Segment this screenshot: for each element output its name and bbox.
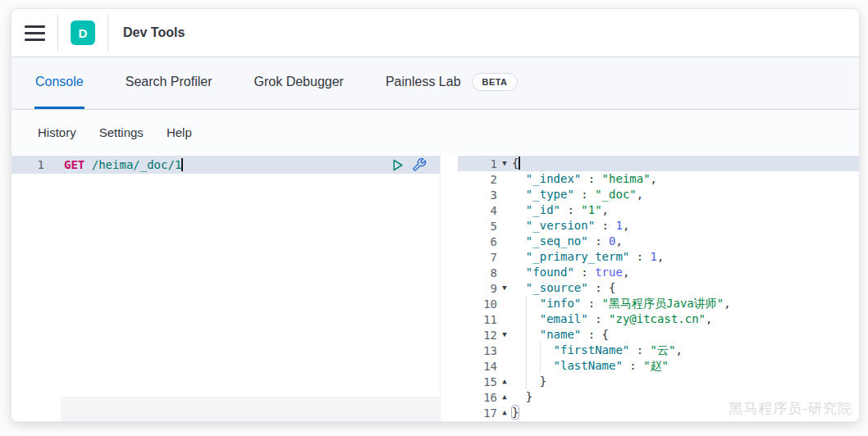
code-token: "info" <box>540 297 582 310</box>
code-token: : <box>574 266 595 279</box>
code-token: , <box>724 297 730 310</box>
menu-item-help[interactable]: Help <box>167 125 192 139</box>
menu-item-history[interactable]: History <box>38 125 76 139</box>
response-code: "_type" : "_doc", <box>512 187 859 202</box>
response-code-line[interactable]: 4 "_id" : "1", <box>458 202 859 218</box>
code-token: "_primary_term" <box>526 250 629 263</box>
code-token: , <box>651 172 657 185</box>
send-request-play-icon[interactable] <box>391 158 404 172</box>
response-line-number: 9 <box>458 282 497 295</box>
response-code: { <box>512 156 859 171</box>
response-code-line[interactable]: 13 "firstName" : "云", <box>458 343 859 358</box>
response-line-number: 8 <box>458 266 497 279</box>
response-lines: 1▼{2 "_index" : "heima",3 "_type" : "_do… <box>458 156 859 420</box>
code-token: "_doc" <box>595 188 637 201</box>
code-token: "zy@itcast.cn" <box>609 312 706 325</box>
console-editors: 1 GET /heima/_doc/1 1▼{2 "_index" : "hei… <box>11 154 859 421</box>
code-token: "云" <box>651 343 676 357</box>
request-url: /heima/_doc/1 <box>92 158 182 171</box>
indent-guide <box>526 374 527 389</box>
fold-up-icon[interactable]: ▲ <box>497 405 512 420</box>
indent-guide <box>526 311 527 327</box>
response-code-line[interactable]: 6 "_seq_no" : 0, <box>458 234 859 249</box>
fold-up-icon[interactable]: ▲ <box>497 389 512 405</box>
response-code-line[interactable]: 3 "_type" : "_doc", <box>458 187 859 202</box>
code-token: , <box>657 250 664 263</box>
code-token: : <box>588 234 609 248</box>
response-code-line[interactable]: 7 "_primary_term" : 1, <box>458 249 859 265</box>
response-code-line[interactable]: 2 "_index" : "heima", <box>458 171 859 187</box>
code-token: "heima" <box>602 172 651 185</box>
horizontal-scrollbar-track[interactable] <box>61 397 440 421</box>
response-code-line[interactable]: 5 "_version" : 1, <box>458 218 859 234</box>
response-line-number: 1 <box>458 157 497 170</box>
code-token: true <box>595 266 623 279</box>
fold-down-icon[interactable]: ▼ <box>497 280 512 296</box>
code-token <box>512 266 526 279</box>
response-editor[interactable]: 1▼{2 "_index" : "heima",3 "_type" : "_do… <box>458 154 859 421</box>
indent-guide <box>526 296 527 311</box>
code-token: : <box>581 172 601 185</box>
tab-painless-lab[interactable]: Painless Lab BETA <box>385 57 519 109</box>
menu-hamburger-icon[interactable] <box>11 25 57 41</box>
tab-grok-debugger[interactable]: Grok Debugger <box>254 57 345 109</box>
response-code: "found" : true, <box>512 265 859 280</box>
tab-search-profiler-label: Search Profiler <box>126 75 212 89</box>
response-code: "_version" : 1, <box>512 218 859 234</box>
code-token: "name" <box>540 328 582 341</box>
menu-item-settings[interactable]: Settings <box>99 125 144 139</box>
code-token: "_id" <box>526 203 560 216</box>
beta-badge: BETA <box>472 73 519 91</box>
response-code-line[interactable]: 12▼ "name" : { <box>458 327 859 343</box>
request-code[interactable]: GET /heima/_doc/1 <box>64 158 183 171</box>
code-token: , <box>623 266 629 279</box>
tab-search-profiler[interactable]: Search Profiler <box>125 57 213 109</box>
console-menu: History Settings Help <box>11 110 859 154</box>
fold-down-icon[interactable]: ▼ <box>497 156 512 171</box>
request-editor[interactable]: 1 GET /heima/_doc/1 <box>11 154 441 421</box>
code-token: : { <box>588 281 616 294</box>
response-code-line[interactable]: 1▼{ <box>458 156 859 171</box>
code-token: : <box>581 297 601 310</box>
response-code-line[interactable]: 15▲ } <box>458 374 859 389</box>
response-code: "_primary_term" : 1, <box>512 249 859 265</box>
response-code: "lastName" : "赵" <box>512 358 859 374</box>
response-code-line[interactable]: 8 "found" : true, <box>458 265 859 280</box>
code-token: "1" <box>581 203 601 216</box>
response-code: } <box>512 374 859 389</box>
app-window: D Dev Tools Console Search Profiler Grok… <box>11 8 860 422</box>
app-badge[interactable]: D <box>71 20 95 45</box>
top-header: D Dev Tools <box>11 9 859 57</box>
wrench-icon[interactable] <box>412 157 427 172</box>
tab-bar: Console Search Profiler Grok Debugger Pa… <box>11 57 859 110</box>
response-code-line[interactable]: 11 "email" : "zy@itcast.cn", <box>458 311 859 327</box>
tab-console[interactable]: Console <box>34 57 85 109</box>
code-token <box>512 234 526 248</box>
response-line-number: 6 <box>458 235 497 248</box>
code-token: "_seq_no" <box>526 234 588 248</box>
response-code: "_seq_no" : 0, <box>512 234 859 249</box>
code-token: , <box>615 234 622 248</box>
response-line-number: 7 <box>458 251 497 264</box>
code-token: , <box>623 219 629 232</box>
response-line-number: 4 <box>458 204 497 217</box>
fold-down-icon[interactable]: ▼ <box>497 327 512 343</box>
indent-guide <box>526 358 527 374</box>
code-token: , <box>706 312 712 325</box>
code-token <box>512 343 554 357</box>
code-token <box>512 359 554 372</box>
text-cursor <box>519 157 520 170</box>
code-token: "_source" <box>526 281 588 294</box>
response-code-line[interactable]: 10 "info" : "黑马程序员Java讲师", <box>458 296 859 311</box>
page-title: Dev Tools <box>123 25 185 40</box>
code-token: "_version" <box>526 219 595 232</box>
request-code-line[interactable]: 1 GET /heima/_doc/1 <box>11 156 440 174</box>
code-token: : <box>595 219 615 232</box>
fold-up-icon[interactable]: ▲ <box>497 374 512 389</box>
response-line-number: 3 <box>458 188 497 202</box>
response-code-line[interactable]: 14 "lastName" : "赵" <box>458 358 859 374</box>
response-code-line[interactable]: 9▼ "_source" : { <box>458 280 859 296</box>
response-code: "name" : { <box>512 327 859 343</box>
code-token: } <box>512 406 519 419</box>
code-token <box>512 188 526 201</box>
